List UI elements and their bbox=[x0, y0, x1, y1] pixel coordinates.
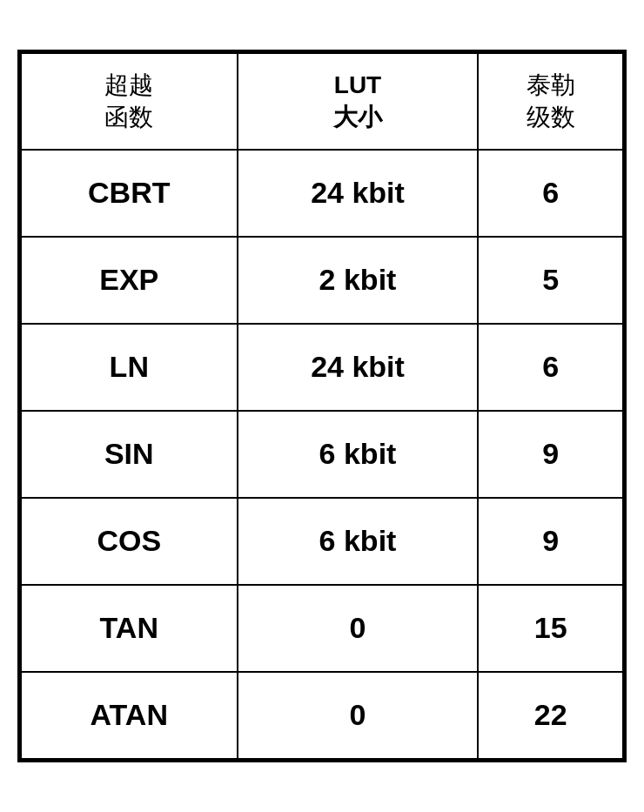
header-lut: LUT 大小 bbox=[238, 53, 479, 150]
cell-lut: 0 bbox=[238, 585, 479, 672]
header-func-line1: 超越 bbox=[104, 71, 153, 98]
table-row: EXP2 kbit5 bbox=[21, 237, 623, 324]
table-row: TAN015 bbox=[21, 585, 623, 672]
cell-lut: 0 bbox=[238, 672, 479, 759]
cell-taylor: 5 bbox=[478, 237, 623, 324]
cell-func: TAN bbox=[21, 585, 238, 672]
cell-lut: 24 kbit bbox=[238, 324, 479, 411]
table-row: LN24 kbit6 bbox=[21, 324, 623, 411]
header-taylor-line1: 泰勒 bbox=[527, 71, 575, 98]
cell-func: SIN bbox=[21, 411, 238, 498]
header-func-line2: 函数 bbox=[104, 104, 153, 131]
cell-taylor: 22 bbox=[478, 672, 623, 759]
cell-taylor: 15 bbox=[478, 585, 623, 672]
cell-taylor: 6 bbox=[478, 324, 623, 411]
data-table: 超越 函数 LUT 大小 泰勒 级数 CBRT24 kbit6EXP2 kbit… bbox=[20, 52, 624, 760]
header-taylor-line2: 级数 bbox=[527, 104, 575, 131]
cell-func: COS bbox=[21, 498, 238, 585]
header-taylor: 泰勒 级数 bbox=[478, 53, 623, 150]
main-table-container: 超越 函数 LUT 大小 泰勒 级数 CBRT24 kbit6EXP2 kbit… bbox=[17, 50, 627, 762]
cell-func: LN bbox=[21, 324, 238, 411]
cell-taylor: 9 bbox=[478, 498, 623, 585]
cell-func: ATAN bbox=[21, 672, 238, 759]
cell-lut: 24 kbit bbox=[238, 150, 479, 237]
header-lut-line1: LUT bbox=[334, 71, 381, 98]
table-row: SIN6 kbit9 bbox=[21, 411, 623, 498]
cell-func: EXP bbox=[21, 237, 238, 324]
cell-lut: 2 kbit bbox=[238, 237, 479, 324]
table-body: CBRT24 kbit6EXP2 kbit5LN24 kbit6SIN6 kbi… bbox=[21, 150, 623, 759]
cell-func: CBRT bbox=[21, 150, 238, 237]
header-row: 超越 函数 LUT 大小 泰勒 级数 bbox=[21, 53, 623, 150]
table-row: ATAN022 bbox=[21, 672, 623, 759]
table-row: CBRT24 kbit6 bbox=[21, 150, 623, 237]
header-lut-line2: 大小 bbox=[333, 104, 382, 131]
cell-taylor: 9 bbox=[478, 411, 623, 498]
cell-lut: 6 kbit bbox=[238, 411, 479, 498]
table-row: COS6 kbit9 bbox=[21, 498, 623, 585]
cell-taylor: 6 bbox=[478, 150, 623, 237]
header-func: 超越 函数 bbox=[21, 53, 238, 150]
cell-lut: 6 kbit bbox=[238, 498, 479, 585]
